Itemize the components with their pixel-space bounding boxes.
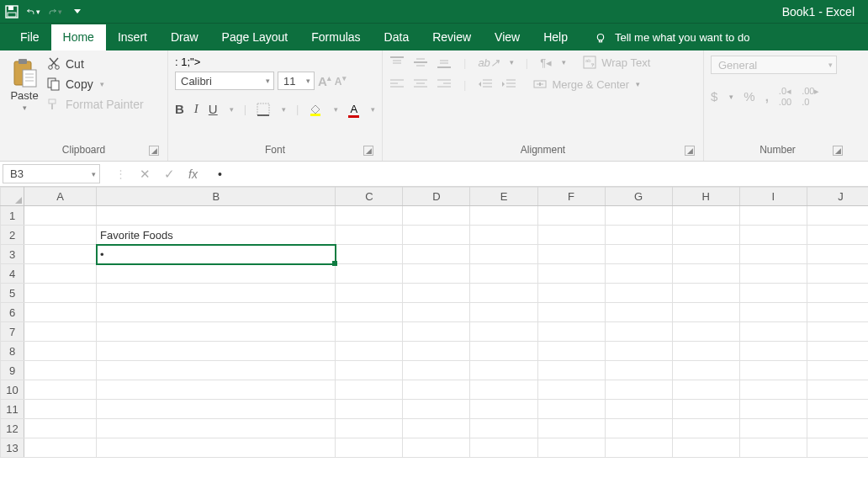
accounting-format-button[interactable]: $	[711, 89, 717, 104]
chevron-down-icon[interactable]: ▾	[371, 105, 375, 114]
dialog-launcher-icon[interactable]: ◢	[833, 146, 843, 156]
cell[interactable]	[605, 245, 672, 264]
align-center-button[interactable]	[413, 78, 428, 90]
tab-insert[interactable]: Insert	[106, 24, 159, 50]
insert-function-button[interactable]: fx	[188, 167, 198, 181]
cell[interactable]	[97, 264, 336, 284]
cell[interactable]	[605, 226, 672, 245]
cell[interactable]	[24, 361, 97, 380]
decrease-decimal-button[interactable]: .00▸.0	[802, 86, 819, 107]
cell[interactable]	[537, 206, 605, 226]
cell[interactable]	[672, 322, 739, 342]
rtl-button[interactable]: ¶◂	[540, 56, 552, 69]
cell[interactable]	[336, 206, 403, 226]
cell[interactable]	[470, 438, 537, 458]
cell[interactable]	[672, 303, 739, 322]
tab-view[interactable]: View	[483, 24, 532, 50]
row-header[interactable]: 1	[1, 206, 24, 226]
cell[interactable]	[97, 419, 336, 438]
tab-page-layout[interactable]: Page Layout	[210, 24, 300, 50]
cell[interactable]	[470, 342, 537, 361]
row-header[interactable]: 10	[1, 380, 24, 400]
cell[interactable]	[24, 206, 97, 226]
cell[interactable]	[739, 361, 807, 380]
row-header[interactable]: 6	[1, 303, 24, 322]
cell[interactable]	[24, 226, 97, 245]
cell[interactable]	[807, 226, 868, 245]
cell[interactable]	[336, 322, 403, 342]
undo-icon[interactable]: ▾	[27, 5, 40, 19]
cancel-formula-button[interactable]: ✕	[140, 167, 151, 182]
redo-icon[interactable]: ▾	[49, 5, 62, 19]
chevron-down-icon[interactable]: ▾	[510, 58, 514, 66]
row-header[interactable]: 4	[1, 264, 24, 284]
align-middle-button[interactable]	[413, 56, 428, 68]
bold-button[interactable]: B	[175, 102, 184, 116]
column-header[interactable]: F	[537, 188, 605, 206]
align-bottom-button[interactable]	[437, 56, 452, 68]
italic-button[interactable]: I	[194, 102, 198, 116]
fill-color-button[interactable]	[309, 103, 322, 116]
cell[interactable]	[739, 380, 807, 400]
column-header[interactable]: H	[672, 188, 739, 206]
cell[interactable]	[739, 284, 807, 303]
cell[interactable]	[403, 380, 470, 400]
cell[interactable]	[605, 342, 672, 361]
cell[interactable]	[807, 380, 868, 400]
cell[interactable]	[537, 264, 605, 284]
cell[interactable]	[97, 438, 336, 458]
tab-formulas[interactable]: Formulas	[299, 24, 372, 50]
select-all-corner[interactable]	[1, 188, 24, 206]
orientation-button[interactable]: ab↗	[478, 56, 499, 69]
cell[interactable]	[807, 284, 868, 303]
cell[interactable]	[97, 342, 336, 361]
cell[interactable]	[537, 245, 605, 264]
tab-help[interactable]: Help	[532, 24, 580, 50]
cell[interactable]	[605, 361, 672, 380]
cell[interactable]	[470, 380, 537, 400]
row-header[interactable]: 12	[1, 419, 24, 438]
cell[interactable]	[605, 206, 672, 226]
cell[interactable]	[807, 419, 868, 438]
cell[interactable]	[336, 361, 403, 380]
cell[interactable]	[336, 226, 403, 245]
row-header[interactable]: 9	[1, 361, 24, 380]
cell[interactable]	[403, 438, 470, 458]
cell[interactable]	[605, 380, 672, 400]
cell[interactable]	[24, 284, 97, 303]
tab-home[interactable]: Home	[51, 24, 106, 50]
copy-button[interactable]: Copy ▾	[47, 77, 144, 91]
chevron-down-icon[interactable]: ▾	[100, 80, 104, 88]
formula-input[interactable]: •	[209, 162, 868, 186]
font-color-button[interactable]: A	[348, 103, 359, 115]
cell[interactable]	[739, 303, 807, 322]
chevron-down-icon[interactable]: ▾	[828, 61, 833, 69]
chevron-down-icon[interactable]: ▾	[92, 170, 96, 178]
cell[interactable]	[470, 206, 537, 226]
cell[interactable]	[672, 206, 739, 226]
cell[interactable]	[470, 245, 537, 264]
cell[interactable]	[739, 322, 807, 342]
cell[interactable]	[470, 284, 537, 303]
dialog-launcher-icon[interactable]: ◢	[363, 146, 373, 156]
cell[interactable]	[97, 303, 336, 322]
cell[interactable]	[336, 438, 403, 458]
cell[interactable]	[24, 245, 97, 264]
tell-me-search[interactable]: Tell me what you want to do	[580, 25, 760, 50]
cell[interactable]	[672, 400, 739, 419]
cell[interactable]	[336, 380, 403, 400]
qat-customize-icon[interactable]	[74, 9, 81, 13]
cell[interactable]	[403, 361, 470, 380]
dialog-launcher-icon[interactable]: ◢	[149, 146, 159, 156]
cell[interactable]	[403, 226, 470, 245]
cell[interactable]	[672, 361, 739, 380]
enter-formula-button[interactable]: ✓	[164, 167, 175, 182]
chevron-down-icon[interactable]: ▾	[301, 77, 310, 85]
chevron-down-icon[interactable]: ▾	[282, 105, 286, 114]
cell[interactable]	[470, 303, 537, 322]
tab-draw[interactable]: Draw	[159, 24, 210, 50]
cell[interactable]	[403, 322, 470, 342]
cell[interactable]	[403, 342, 470, 361]
align-left-button[interactable]	[389, 78, 405, 90]
cell[interactable]	[739, 226, 807, 245]
